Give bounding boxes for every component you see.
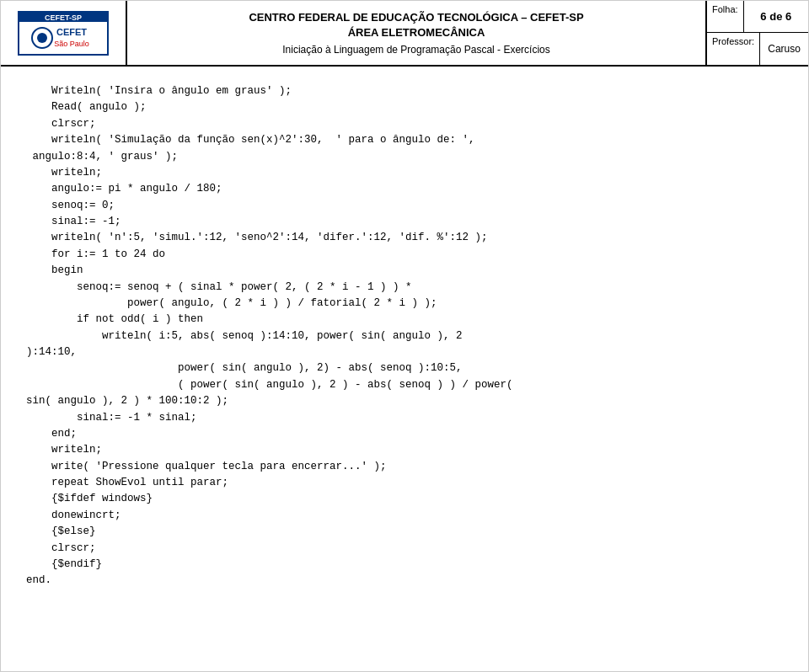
- page: CEFET-SP CEFET São Paulo CENTRO FEDERAL …: [0, 0, 809, 672]
- area-name: ÁREA ELETROMECÂNICA: [348, 25, 485, 40]
- folha-section: Folha: 6 de 6: [707, 1, 808, 33]
- main-content: Writeln( 'Insira o ângulo em graus' ); R…: [1, 67, 808, 606]
- header-center: CENTRO FEDERAL DE EDUCAÇÃO TECNOLÓGICA –…: [127, 1, 707, 65]
- professor-value: Caruso: [760, 33, 808, 65]
- code-content: Writeln( 'Insira o ângulo em graus' ); R…: [26, 83, 783, 589]
- professor-label: Professor:: [707, 33, 760, 65]
- svg-point-4: [37, 33, 47, 43]
- header: CEFET-SP CEFET São Paulo CENTRO FEDERAL …: [1, 1, 808, 67]
- institution-name: CENTRO FEDERAL DE EDUCAÇÃO TECNOLÓGICA –…: [249, 10, 583, 25]
- header-right: Folha: 6 de 6 Professor: Caruso: [707, 1, 808, 65]
- folha-value: 6 de 6: [744, 1, 808, 32]
- folha-label: Folha:: [707, 1, 744, 32]
- logo-image: CEFET-SP CEFET São Paulo: [17, 10, 110, 56]
- course-subtitle: Iniciação à Linguagem de Programação Pas…: [282, 44, 550, 56]
- logo-section: CEFET-SP CEFET São Paulo: [1, 1, 127, 65]
- svg-text:São Paulo: São Paulo: [54, 40, 89, 48]
- logo: CEFET-SP CEFET São Paulo: [13, 8, 114, 58]
- professor-section: Professor: Caruso: [707, 33, 808, 65]
- svg-text:CEFET-SP: CEFET-SP: [45, 13, 82, 22]
- svg-text:CEFET: CEFET: [56, 27, 87, 37]
